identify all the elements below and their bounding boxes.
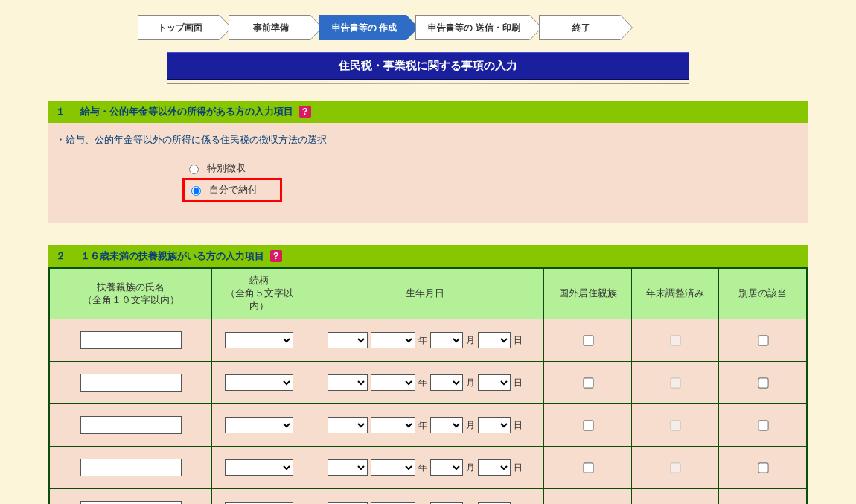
th-abroad: 国外居住親族 (544, 268, 632, 319)
crumb-end[interactable]: 終了 (539, 15, 621, 40)
help-icon[interactable]: ? (270, 250, 282, 262)
section1-num: １ (56, 105, 66, 118)
section2-title: １６歳未満の扶養親族がいる方の入力項目 (80, 249, 264, 263)
table-row: 年 月 日 (49, 319, 807, 362)
page-title: 住民税・事業税に関する事項の入力 (167, 52, 689, 80)
crumb-prep[interactable]: 事前準備 (229, 15, 310, 40)
crumb-send-label: 申告書等の 送信・印刷 (428, 22, 520, 33)
name-input[interactable] (80, 459, 182, 476)
month-select[interactable] (430, 417, 463, 433)
table-row: 年 月 日 (49, 404, 807, 447)
radio-tokubetsu[interactable] (189, 165, 199, 174)
adjusted-checkbox[interactable] (670, 462, 680, 473)
era-select[interactable] (328, 374, 368, 391)
year-select[interactable] (371, 417, 415, 433)
crumb-top[interactable]: トップ画面 (138, 15, 220, 40)
radio-tokubetsu-label: 特別徴収 (207, 162, 246, 175)
section1-header: １ 給与・公的年金等以外の所得がある方の入力項目 ? (48, 101, 808, 123)
day-select[interactable] (478, 374, 511, 391)
year-select[interactable] (371, 332, 415, 348)
radio-jibun-label: 自分で納付 (209, 183, 258, 197)
abroad-checkbox[interactable] (583, 377, 593, 388)
month-select[interactable] (430, 332, 463, 348)
divider (167, 83, 689, 84)
abroad-checkbox[interactable] (583, 420, 593, 430)
relation-select[interactable] (225, 374, 293, 391)
month-select[interactable] (430, 374, 463, 391)
table-row: 年 月 日 (49, 489, 807, 505)
section2-num: ２ (56, 249, 66, 263)
th-adjusted: 年末調整済み (631, 268, 719, 319)
dependents-table: 扶養親族の氏名（全角１０文字以内） 続柄（全角５文字以内） 生年月日 国外居住親… (48, 267, 808, 504)
day-select[interactable] (478, 417, 511, 433)
separate-checkbox[interactable] (758, 420, 768, 430)
radio-jibun[interactable] (191, 186, 201, 196)
abroad-checkbox[interactable] (583, 462, 593, 473)
name-input[interactable] (80, 501, 182, 504)
relation-select[interactable] (225, 417, 293, 433)
separate-checkbox[interactable] (758, 462, 768, 473)
abroad-checkbox[interactable] (583, 335, 593, 345)
section1-note: ・給与、公的年金等以外の所得に係る住民税の徴収方法の選択 (56, 133, 800, 147)
name-input[interactable] (80, 416, 182, 434)
separate-checkbox[interactable] (758, 377, 768, 388)
month-select[interactable] (430, 459, 463, 476)
adjusted-checkbox[interactable] (670, 335, 680, 345)
day-select[interactable] (478, 332, 511, 348)
th-rel: 続柄（全角５文字以内） (212, 268, 307, 319)
table-row: 年 月 日 (49, 447, 807, 489)
crumb-create[interactable]: 申告書等の 作成 (319, 15, 406, 40)
era-select[interactable] (328, 332, 368, 348)
relation-select[interactable] (225, 459, 293, 476)
adjusted-checkbox[interactable] (670, 377, 680, 388)
th-dob: 生年月日 (307, 268, 544, 319)
crumb-send[interactable]: 申告書等の 送信・印刷 (415, 15, 529, 40)
crumb-top-label: トップ画面 (158, 22, 202, 33)
era-select[interactable] (328, 459, 368, 476)
name-input[interactable] (80, 374, 182, 392)
section1-title: 給与・公的年金等以外の所得がある方の入力項目 (80, 105, 293, 118)
adjusted-checkbox[interactable] (670, 420, 680, 430)
era-select[interactable] (328, 417, 368, 433)
year-select[interactable] (371, 374, 415, 391)
table-row: 年 月 日 (49, 362, 807, 404)
crumb-end-label: 終了 (572, 22, 590, 33)
name-input[interactable] (80, 331, 182, 349)
crumb-create-label: 申告書等の 作成 (332, 22, 397, 33)
crumb-prep-label: 事前準備 (253, 22, 289, 33)
relation-select[interactable] (225, 332, 293, 348)
help-icon[interactable]: ? (299, 106, 311, 118)
section2-header: ２ １６歳未満の扶養親族がいる方の入力項目 ? (48, 245, 808, 267)
th-separate: 別居の該当 (719, 268, 807, 319)
separate-checkbox[interactable] (758, 335, 768, 345)
day-select[interactable] (478, 459, 511, 476)
year-select[interactable] (371, 459, 415, 476)
th-name: 扶養親族の氏名（全角１０文字以内） (49, 268, 212, 319)
